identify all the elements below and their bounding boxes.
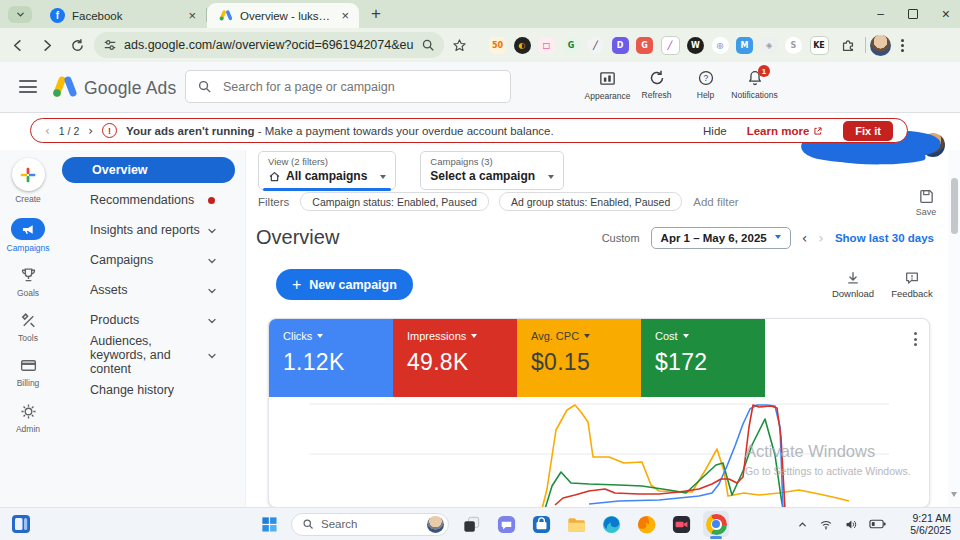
rail-item-tools[interactable]: Tools [18,311,38,343]
rail-item-admin[interactable]: Admin [16,402,40,434]
banner-prev-icon[interactable]: ‹ [45,124,50,138]
ext-ke-icon[interactable]: KE [810,36,829,55]
rail-item-create[interactable]: Create [12,158,45,204]
taskbar-clock[interactable]: 9:21 AM 5/6/2025 [910,512,951,536]
filter-chip-1[interactable]: Ad group status: Enabled, Paused [499,192,682,211]
add-filter-button[interactable]: Add filter [693,196,738,208]
browser-menu-icon[interactable] [901,39,904,52]
browser-profile-avatar[interactable] [870,35,891,56]
notifications-button[interactable]: 1Notifications [730,69,779,101]
learn-more-link[interactable]: Learn more [747,125,824,137]
ext-color-picker-icon[interactable]: ╱ [587,37,604,54]
rail-item-goals[interactable]: Goals [17,266,39,298]
ads-search-input[interactable] [221,79,499,95]
metric-card-cost[interactable]: Cost$172 [641,319,765,397]
reload-button[interactable] [64,32,90,58]
main-menu-icon[interactable] [19,80,37,93]
ext-dark-swirl-icon[interactable]: ◐ [514,37,531,54]
taskbar-app-chrome[interactable] [703,511,729,537]
sidebar-item-insights-and-reports[interactable]: Insights and reports [56,215,245,245]
ext-d-purple-icon[interactable]: D [612,37,629,54]
forward-button[interactable] [34,32,60,58]
feedback-button[interactable]: Feedback [889,270,935,299]
tray-chevron-up-icon[interactable] [797,519,808,530]
taskbar-app-chat[interactable] [493,511,519,537]
banner-next-icon[interactable]: › [88,124,93,138]
view-selector[interactable]: View (2 filters) All campaigns [258,151,396,190]
bookmark-star-icon[interactable] [452,38,467,53]
ext-s-grey-icon[interactable]: S [785,37,802,54]
rail-item-campaigns[interactable]: Campaigns [7,218,50,253]
date-prev-button[interactable]: ‹ [802,230,808,246]
filter-chip-0[interactable]: Campaign status: Enabled, Paused [300,192,489,211]
back-button[interactable] [4,32,30,58]
taskbar-app-edge[interactable] [598,511,624,537]
help-button[interactable]: ?Help [681,69,730,101]
url-bar[interactable]: ads.google.com/aw/overview?ocid=69619420… [94,32,444,58]
card-menu-icon[interactable] [914,332,917,346]
refresh-button[interactable]: Refresh [632,69,681,101]
ext-w-black-icon[interactable]: W [687,37,704,54]
close-button[interactable]: × [942,7,950,21]
metric-value: $172 [655,349,765,376]
ads-search-box[interactable] [185,70,511,103]
sidebar-item-audiences-keywords-and-content[interactable]: Audiences, keywords, and content [56,335,245,375]
ext-camera-pink-icon[interactable]: □ [538,37,555,54]
tab-close-icon[interactable]: × [186,9,198,22]
extensions-puzzle-icon[interactable] [835,32,861,58]
ext-shield-grey-icon[interactable]: ◈ [761,37,778,54]
sidebar-item-overview[interactable]: Overview [62,157,235,183]
site-settings-icon[interactable] [103,38,117,52]
save-button[interactable]: Save [903,188,949,217]
fix-it-button[interactable]: Fix it [843,121,893,141]
new-tab-button[interactable]: + [371,4,381,24]
page-scrollbar[interactable] [948,150,960,508]
metric-card-avg-cpc[interactable]: Avg. CPC$0.15 [517,319,641,397]
zoom-icon[interactable] [421,38,435,52]
widgets-button[interactable] [10,513,32,535]
rail-item-billing[interactable]: Billing [17,356,40,388]
sidebar-item-recommendations[interactable]: Recommendations [56,185,245,215]
volume-icon[interactable] [844,518,858,531]
ext-coupon-50-icon[interactable]: 50 [489,37,506,54]
start-button[interactable] [256,511,282,537]
widgets-icon [10,513,32,535]
ext-m-blue-icon[interactable]: M [736,37,753,54]
minimize-button[interactable]: – [877,8,884,20]
alert-banner: ‹ 1 / 2 › ! Your ads aren't running - Ma… [30,118,908,143]
ext-target-blue-icon[interactable]: ◎ [712,37,729,54]
scrollbar-thumb[interactable] [951,178,958,234]
new-campaign-button[interactable]: + New campaign [276,269,413,300]
appearance-button[interactable]: Appearance [583,69,632,101]
taskbar-app-task-view[interactable] [458,511,484,537]
tab-google-ads[interactable]: Overview - lukstore Google Ads × [207,3,359,28]
tab-close-icon[interactable]: × [339,9,351,22]
download-button[interactable]: Download [830,270,876,299]
scrollbar-down-arrow[interactable] [951,492,957,500]
ads-account-avatar[interactable] [921,133,945,157]
taskbar-app-store[interactable] [528,511,554,537]
sidebar-item-change-history[interactable]: Change history [56,375,245,405]
date-range-picker[interactable]: Apr 1 – May 6, 2025 [651,227,791,249]
tab-search-button[interactable] [8,6,32,23]
taskbar-app-file-explorer[interactable] [563,511,589,537]
taskbar-app-screen-recorder[interactable] [668,511,694,537]
restore-button[interactable] [908,9,918,19]
ext-g-red-icon[interactable]: G [636,37,653,54]
sidebar-item-campaigns[interactable]: Campaigns [56,245,245,275]
sidebar-item-products[interactable]: Products [56,305,245,335]
ext-pen-purple-icon[interactable]: ╱ [661,36,680,55]
hide-button[interactable]: Hide [703,125,727,137]
date-next-button[interactable]: › [818,230,824,246]
taskbar-search-box[interactable]: Search [291,513,449,536]
battery-icon[interactable] [869,518,886,530]
metric-card-impressions[interactable]: Impressions49.8K [393,319,517,397]
sidebar-item-assets[interactable]: Assets [56,275,245,305]
show-last-30-days-link[interactable]: Show last 30 days [835,232,934,244]
metric-card-clicks[interactable]: Clicks1.12K [269,319,393,397]
campaign-selector[interactable]: Campaigns (3) Select a campaign [420,151,564,190]
tab-facebook[interactable]: f Facebook × [38,3,206,28]
ext-grammar-green-icon[interactable]: G [563,37,580,54]
wifi-icon[interactable] [819,518,833,531]
taskbar-app-firefox[interactable] [633,511,659,537]
